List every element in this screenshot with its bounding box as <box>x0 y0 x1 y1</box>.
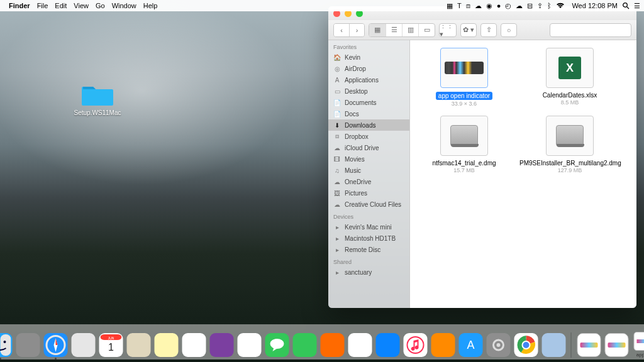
dock-app-windows-share[interactable] <box>541 332 567 358</box>
menu-edit[interactable]: Edit <box>55 2 67 9</box>
dock-app-sysprefs[interactable] <box>486 332 511 358</box>
dock-app-calendar[interactable]: JUN1 <box>98 332 124 358</box>
sidebar-icon: 🖼 <box>333 189 341 197</box>
cloud-menu-icon[interactable]: ☁︎ <box>475 2 482 10</box>
sidebar-item-pictures[interactable]: 🖼Pictures <box>328 187 409 199</box>
svg-text:JUN: JUN <box>108 336 114 340</box>
dock-app-numbers[interactable] <box>347 332 373 358</box>
file-name: ntfsmac14_trial_e.dmg <box>414 160 514 167</box>
view-icons-button[interactable]: ▦ <box>369 24 386 36</box>
sidebar-favorites-header: Favorites <box>328 40 409 52</box>
sidebar-item-music[interactable]: ♫Music <box>328 165 409 176</box>
svg-rect-6 <box>0 334 11 356</box>
menu-go[interactable]: Go <box>96 2 105 9</box>
dock-app-appstore[interactable]: A <box>458 332 484 358</box>
status-icon-2[interactable]: T <box>457 2 462 9</box>
status-icon-6[interactable]: ● <box>497 2 501 9</box>
sidebar-item-kevin[interactable]: 🏠Kevin <box>328 52 409 63</box>
view-columns-button[interactable]: ▥ <box>402 24 418 36</box>
svg-point-29 <box>522 341 530 349</box>
sidebar-item-creative-cloud-files[interactable]: ☁︎Creative Cloud Files <box>328 199 409 210</box>
sidebar-item-sanctuary[interactable]: ▸sanctuary <box>328 266 409 278</box>
nav-back-button[interactable]: ‹ <box>334 24 349 36</box>
svg-point-20 <box>405 335 425 355</box>
file-item[interactable]: XCalendarDates.xlsx8.5 MB <box>519 48 620 107</box>
finder-search-input[interactable] <box>550 23 631 37</box>
sidebar-item-icloud-drive[interactable]: ☁︎iCloud Drive <box>328 142 409 153</box>
finder-content[interactable]: app open indicator33.9 × 3.6XCalendarDat… <box>410 40 636 308</box>
sidebar-icon: 📄 <box>333 99 341 106</box>
arrange-button[interactable]: ⋮⋮ ▾ <box>440 24 456 36</box>
tags-button[interactable]: ○ <box>501 23 517 37</box>
dock-app-finder[interactable] <box>0 332 13 358</box>
status-icon-10[interactable]: ⇪ <box>537 2 543 10</box>
dock-minimized-min-1[interactable] <box>576 332 602 358</box>
sidebar-item-label: Applications <box>345 77 379 84</box>
wifi-menu-icon[interactable] <box>556 3 565 9</box>
dock-app-todo[interactable] <box>319 332 345 358</box>
sidebar-item-label: Desktop <box>345 88 368 95</box>
creative-cloud-menu-icon[interactable]: ☁︎ <box>516 2 523 10</box>
dock-app-launchpad[interactable] <box>15 332 41 358</box>
sidebar-item-label: Macintosh HD1TB <box>345 235 396 242</box>
status-icon-7[interactable]: ◴ <box>505 2 511 10</box>
sidebar-item-onedrive[interactable]: ☁︎OneDrive <box>328 176 409 187</box>
status-icon-9[interactable]: ⊟ <box>527 2 533 10</box>
menu-view[interactable]: View <box>74 2 89 9</box>
menu-window[interactable]: Window <box>112 2 136 9</box>
file-meta: 15.7 MB <box>414 167 514 173</box>
menubar-clock[interactable]: Wed 12:08 PM <box>572 2 618 9</box>
bluetooth-menu-icon[interactable]: ᛒ <box>547 2 552 9</box>
finder-toolbar: ‹ › ▦ ☰ ▥ ▭ ⋮⋮ ▾ ✿ ▾ ⇧ ○ <box>328 20 636 40</box>
share-button[interactable]: ⇧ <box>480 23 497 37</box>
dock-app-ibooks[interactable] <box>430 332 456 358</box>
finder-window[interactable]: ‹ › ▦ ☰ ▥ ▭ ⋮⋮ ▾ ✿ ▾ ⇧ ○ Favorites 🏠Kevi… <box>328 6 636 308</box>
file-thumbnail: X <box>546 48 594 88</box>
file-item[interactable]: PM9SEInstaller_BR_multilang2.dmg127.9 MB <box>519 116 620 173</box>
nav-forward-button[interactable]: › <box>349 24 364 36</box>
dock-downloads-stack[interactable]: app op <box>631 332 645 358</box>
dock-app-photos[interactable] <box>236 332 262 358</box>
dock-app-notes[interactable] <box>153 332 179 358</box>
arrange-segment: ⋮⋮ ▾ <box>439 23 457 37</box>
sidebar-item-docs[interactable]: 📄Docs <box>328 108 409 119</box>
sidebar-item-macintosh-hd1tb[interactable]: ▸Macintosh HD1TB <box>328 233 409 244</box>
dock-app-reminders[interactable] <box>181 332 207 358</box>
notification-center-icon[interactable]: ☰ <box>634 2 640 10</box>
view-list-button[interactable]: ☰ <box>386 24 402 36</box>
file-item[interactable]: ntfsmac14_trial_e.dmg15.7 MB <box>414 116 514 173</box>
desktop-folder[interactable]: Setup.WS11Mac <box>69 82 126 116</box>
action-button[interactable]: ✿ ▾ <box>460 23 477 37</box>
file-item[interactable]: app open indicator33.9 × 3.6 <box>414 48 514 107</box>
sidebar-item-downloads[interactable]: ⬇︎Downloads <box>328 119 409 131</box>
dock-app-facetime[interactable] <box>292 332 318 358</box>
dock-app-keynote[interactable] <box>375 332 401 358</box>
dock-app-chrome2[interactable] <box>513 332 539 358</box>
menu-help[interactable]: Help <box>143 2 158 9</box>
dock-app-omnifocus[interactable] <box>209 332 235 358</box>
sidebar-icon: ☁︎ <box>333 178 341 185</box>
status-icon-1[interactable]: ▦ <box>447 2 453 10</box>
dock-app-itunes[interactable] <box>402 332 428 358</box>
menubar-app-name[interactable]: Finder <box>9 2 30 9</box>
sidebar-item-documents[interactable]: 📄Documents <box>328 97 409 108</box>
sidebar-item-desktop[interactable]: ▭Desktop <box>328 85 409 97</box>
dock-app-contacts[interactable] <box>126 332 152 358</box>
dock-app-safari[interactable] <box>43 332 69 358</box>
sidebar-item-remote-disc[interactable]: ▸Remote Disc <box>328 244 409 255</box>
sidebar-item-dropbox[interactable]: ⧈Dropbox <box>328 131 409 142</box>
view-coverflow-button[interactable]: ▭ <box>418 24 435 36</box>
dropbox-menu-icon[interactable]: ⧈ <box>466 2 470 10</box>
sidebar-item-airdrop[interactable]: ◎AirDrop <box>328 63 409 74</box>
sidebar-item-kevin-s-mac-mini[interactable]: ▸Kevin's Mac mini <box>328 221 409 233</box>
spotlight-icon[interactable] <box>622 2 630 9</box>
svg-point-0 <box>623 3 628 8</box>
sidebar-item-movies[interactable]: 🎞Movies <box>328 153 409 165</box>
dock-app-mail[interactable] <box>70 332 96 358</box>
menu-file[interactable]: File <box>37 2 48 9</box>
dock-app-messages[interactable] <box>264 332 290 358</box>
sidebar-shared-header: Shared <box>328 255 409 266</box>
sidebar-item-applications[interactable]: AApplications <box>328 74 409 85</box>
dock-minimized-min-2[interactable] <box>604 332 630 358</box>
status-icon-5[interactable]: ◉ <box>486 2 492 10</box>
